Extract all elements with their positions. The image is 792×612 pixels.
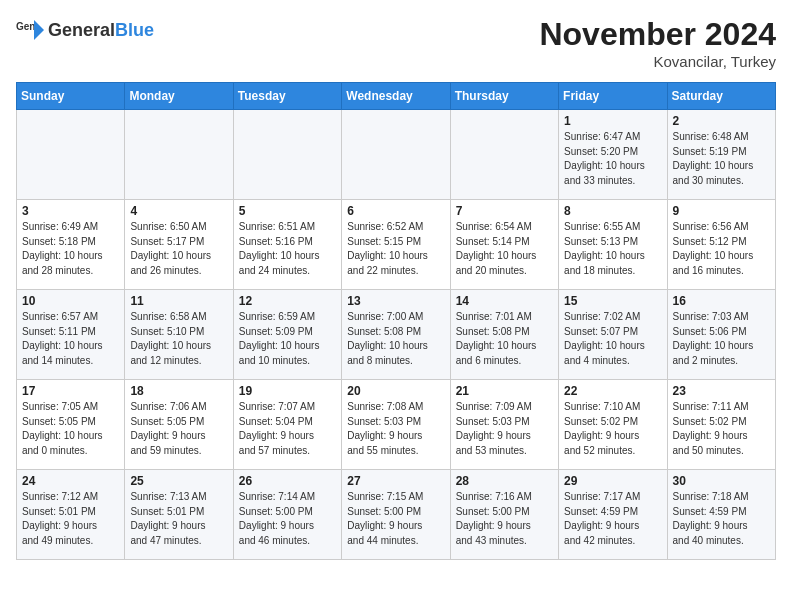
day-info: Sunrise: 7:11 AM Sunset: 5:02 PM Dayligh… [673,400,770,458]
day-number: 27 [347,474,444,488]
day-cell: 24Sunrise: 7:12 AM Sunset: 5:01 PM Dayli… [17,470,125,560]
day-cell: 22Sunrise: 7:10 AM Sunset: 5:02 PM Dayli… [559,380,667,470]
calendar-title: November 2024 [539,16,776,53]
day-number: 11 [130,294,227,308]
header-saturday: Saturday [667,83,775,110]
day-info: Sunrise: 7:08 AM Sunset: 5:03 PM Dayligh… [347,400,444,458]
day-info: Sunrise: 6:51 AM Sunset: 5:16 PM Dayligh… [239,220,336,278]
day-info: Sunrise: 7:10 AM Sunset: 5:02 PM Dayligh… [564,400,661,458]
day-cell: 26Sunrise: 7:14 AM Sunset: 5:00 PM Dayli… [233,470,341,560]
page-header: Gen GeneralBlue November 2024 Kovancilar… [16,16,776,70]
day-number: 19 [239,384,336,398]
day-cell [233,110,341,200]
day-cell: 17Sunrise: 7:05 AM Sunset: 5:05 PM Dayli… [17,380,125,470]
day-cell: 5Sunrise: 6:51 AM Sunset: 5:16 PM Daylig… [233,200,341,290]
day-number: 22 [564,384,661,398]
day-number: 2 [673,114,770,128]
day-cell: 20Sunrise: 7:08 AM Sunset: 5:03 PM Dayli… [342,380,450,470]
day-info: Sunrise: 7:16 AM Sunset: 5:00 PM Dayligh… [456,490,553,548]
day-cell [450,110,558,200]
day-info: Sunrise: 7:13 AM Sunset: 5:01 PM Dayligh… [130,490,227,548]
day-number: 6 [347,204,444,218]
day-info: Sunrise: 6:57 AM Sunset: 5:11 PM Dayligh… [22,310,119,368]
day-number: 15 [564,294,661,308]
day-cell: 27Sunrise: 7:15 AM Sunset: 5:00 PM Dayli… [342,470,450,560]
header-tuesday: Tuesday [233,83,341,110]
day-number: 14 [456,294,553,308]
calendar-header-row: Sunday Monday Tuesday Wednesday Thursday… [17,83,776,110]
logo-icon: Gen [16,16,44,44]
day-info: Sunrise: 6:52 AM Sunset: 5:15 PM Dayligh… [347,220,444,278]
day-cell: 9Sunrise: 6:56 AM Sunset: 5:12 PM Daylig… [667,200,775,290]
day-info: Sunrise: 6:56 AM Sunset: 5:12 PM Dayligh… [673,220,770,278]
day-info: Sunrise: 7:00 AM Sunset: 5:08 PM Dayligh… [347,310,444,368]
day-number: 24 [22,474,119,488]
day-cell: 15Sunrise: 7:02 AM Sunset: 5:07 PM Dayli… [559,290,667,380]
day-cell: 19Sunrise: 7:07 AM Sunset: 5:04 PM Dayli… [233,380,341,470]
day-number: 28 [456,474,553,488]
day-cell: 12Sunrise: 6:59 AM Sunset: 5:09 PM Dayli… [233,290,341,380]
day-number: 26 [239,474,336,488]
day-info: Sunrise: 6:54 AM Sunset: 5:14 PM Dayligh… [456,220,553,278]
day-info: Sunrise: 6:59 AM Sunset: 5:09 PM Dayligh… [239,310,336,368]
logo-general: GeneralBlue [48,21,154,40]
day-number: 13 [347,294,444,308]
day-cell: 28Sunrise: 7:16 AM Sunset: 5:00 PM Dayli… [450,470,558,560]
svg-text:Gen: Gen [16,21,35,32]
day-info: Sunrise: 7:03 AM Sunset: 5:06 PM Dayligh… [673,310,770,368]
week-row-1: 1Sunrise: 6:47 AM Sunset: 5:20 PM Daylig… [17,110,776,200]
day-number: 21 [456,384,553,398]
day-number: 1 [564,114,661,128]
header-friday: Friday [559,83,667,110]
day-cell: 4Sunrise: 6:50 AM Sunset: 5:17 PM Daylig… [125,200,233,290]
svg-marker-1 [34,20,44,40]
calendar-location: Kovancilar, Turkey [539,53,776,70]
day-number: 23 [673,384,770,398]
day-number: 7 [456,204,553,218]
day-cell: 30Sunrise: 7:18 AM Sunset: 4:59 PM Dayli… [667,470,775,560]
logo: Gen GeneralBlue [16,16,154,44]
week-row-3: 10Sunrise: 6:57 AM Sunset: 5:11 PM Dayli… [17,290,776,380]
day-info: Sunrise: 6:49 AM Sunset: 5:18 PM Dayligh… [22,220,119,278]
header-sunday: Sunday [17,83,125,110]
day-number: 8 [564,204,661,218]
day-number: 4 [130,204,227,218]
day-info: Sunrise: 7:14 AM Sunset: 5:00 PM Dayligh… [239,490,336,548]
day-number: 5 [239,204,336,218]
day-info: Sunrise: 7:15 AM Sunset: 5:00 PM Dayligh… [347,490,444,548]
calendar-table: Sunday Monday Tuesday Wednesday Thursday… [16,82,776,560]
day-cell: 2Sunrise: 6:48 AM Sunset: 5:19 PM Daylig… [667,110,775,200]
day-number: 12 [239,294,336,308]
day-number: 17 [22,384,119,398]
week-row-4: 17Sunrise: 7:05 AM Sunset: 5:05 PM Dayli… [17,380,776,470]
week-row-2: 3Sunrise: 6:49 AM Sunset: 5:18 PM Daylig… [17,200,776,290]
day-cell: 8Sunrise: 6:55 AM Sunset: 5:13 PM Daylig… [559,200,667,290]
day-cell: 29Sunrise: 7:17 AM Sunset: 4:59 PM Dayli… [559,470,667,560]
day-info: Sunrise: 6:50 AM Sunset: 5:17 PM Dayligh… [130,220,227,278]
week-row-5: 24Sunrise: 7:12 AM Sunset: 5:01 PM Dayli… [17,470,776,560]
day-info: Sunrise: 7:01 AM Sunset: 5:08 PM Dayligh… [456,310,553,368]
day-info: Sunrise: 6:47 AM Sunset: 5:20 PM Dayligh… [564,130,661,188]
day-cell [125,110,233,200]
day-number: 9 [673,204,770,218]
day-info: Sunrise: 7:12 AM Sunset: 5:01 PM Dayligh… [22,490,119,548]
day-number: 18 [130,384,227,398]
day-cell: 23Sunrise: 7:11 AM Sunset: 5:02 PM Dayli… [667,380,775,470]
day-cell: 11Sunrise: 6:58 AM Sunset: 5:10 PM Dayli… [125,290,233,380]
day-number: 3 [22,204,119,218]
day-number: 29 [564,474,661,488]
day-info: Sunrise: 6:55 AM Sunset: 5:13 PM Dayligh… [564,220,661,278]
day-info: Sunrise: 7:18 AM Sunset: 4:59 PM Dayligh… [673,490,770,548]
day-number: 25 [130,474,227,488]
day-number: 30 [673,474,770,488]
day-cell: 6Sunrise: 6:52 AM Sunset: 5:15 PM Daylig… [342,200,450,290]
title-block: November 2024 Kovancilar, Turkey [539,16,776,70]
day-cell [17,110,125,200]
day-cell: 14Sunrise: 7:01 AM Sunset: 5:08 PM Dayli… [450,290,558,380]
day-cell: 21Sunrise: 7:09 AM Sunset: 5:03 PM Dayli… [450,380,558,470]
day-cell: 18Sunrise: 7:06 AM Sunset: 5:05 PM Dayli… [125,380,233,470]
header-thursday: Thursday [450,83,558,110]
day-info: Sunrise: 7:06 AM Sunset: 5:05 PM Dayligh… [130,400,227,458]
day-cell: 1Sunrise: 6:47 AM Sunset: 5:20 PM Daylig… [559,110,667,200]
day-cell: 13Sunrise: 7:00 AM Sunset: 5:08 PM Dayli… [342,290,450,380]
